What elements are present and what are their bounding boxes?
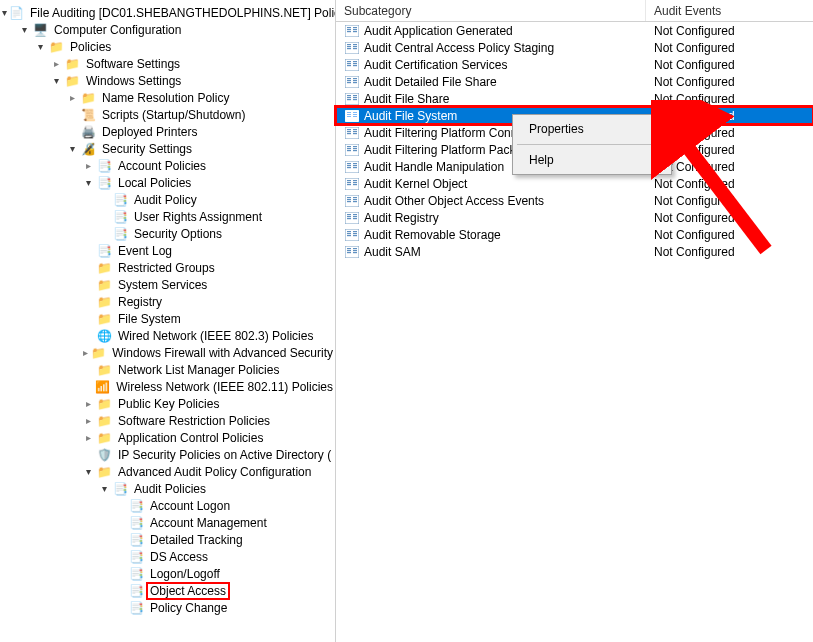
tree-node-account-management[interactable]: 📑 Account Management bbox=[0, 514, 335, 531]
svg-rect-82 bbox=[353, 216, 357, 217]
list-row[interactable]: Audit RegistryNot Configured bbox=[336, 209, 813, 226]
tree-node-security-options[interactable]: 📑 Security Options bbox=[0, 225, 335, 242]
folder-icon: 📁 bbox=[96, 413, 112, 429]
expander-icon[interactable] bbox=[98, 483, 110, 495]
expander-icon[interactable] bbox=[34, 41, 46, 53]
list-row[interactable]: Audit Central Access Policy StagingNot C… bbox=[336, 39, 813, 56]
tree-node-computer-config[interactable]: 🖥️ Computer Configuration bbox=[0, 21, 335, 38]
cell-subcategory: Audit File Share bbox=[364, 92, 449, 106]
tree-node-account-logon[interactable]: 📑 Account Logon bbox=[0, 497, 335, 514]
expander-icon[interactable] bbox=[82, 160, 94, 172]
tree-node-local-policies[interactable]: 📑 Local Policies bbox=[0, 174, 335, 191]
list-row[interactable]: Audit Certification ServicesNot Configur… bbox=[336, 56, 813, 73]
column-header-subcategory[interactable]: Subcategory bbox=[336, 0, 646, 21]
tree-node-deployed-printers[interactable]: 🖨️ Deployed Printers bbox=[0, 123, 335, 140]
tree-node-windows-settings[interactable]: 📁 Windows Settings bbox=[0, 72, 335, 89]
cell-audit-events: Not Configured bbox=[646, 245, 813, 259]
tree-node-system-services[interactable]: 📁 System Services bbox=[0, 276, 335, 293]
svg-rect-81 bbox=[353, 214, 357, 215]
expander-icon[interactable] bbox=[82, 466, 94, 478]
tree-label: Account Management bbox=[148, 516, 269, 530]
svg-rect-24 bbox=[347, 82, 351, 83]
tree-node-ip-security[interactable]: 🛡️ IP Security Policies on Active Direct… bbox=[0, 446, 335, 463]
tree-node-audit-policy[interactable]: 📑 Audit Policy bbox=[0, 191, 335, 208]
tree-node-registry[interactable]: 📁 Registry bbox=[0, 293, 335, 310]
tree-node-account-policies[interactable]: 📑 Account Policies bbox=[0, 157, 335, 174]
shield-icon: 🔏 bbox=[80, 141, 96, 157]
tree-node-audit-policies[interactable]: 📑 Audit Policies bbox=[0, 480, 335, 497]
folder-icon: 📁 bbox=[96, 277, 112, 293]
tree-node-application-control[interactable]: 📁 Application Control Policies bbox=[0, 429, 335, 446]
tree-node-object-access[interactable]: 📑 Object Access bbox=[0, 582, 335, 599]
tree-node-software-settings[interactable]: 📁 Software Settings bbox=[0, 55, 335, 72]
svg-rect-57 bbox=[347, 163, 351, 164]
audit-item-icon bbox=[344, 177, 360, 191]
svg-rect-72 bbox=[347, 199, 351, 200]
computer-icon: 🖥️ bbox=[32, 22, 48, 38]
tree-node-restricted-groups[interactable]: 📁 Restricted Groups bbox=[0, 259, 335, 276]
tree-node-advanced-audit[interactable]: 📁 Advanced Audit Policy Configuration bbox=[0, 463, 335, 480]
svg-rect-45 bbox=[347, 133, 351, 134]
cell-audit-events: Not Configured bbox=[646, 58, 813, 72]
tree-node-user-rights[interactable]: 📑 User Rights Assignment bbox=[0, 208, 335, 225]
tree-node-wireless-network[interactable]: 📶 Wireless Network (IEEE 802.11) Policie… bbox=[0, 378, 335, 395]
folder-icon: 📁 bbox=[80, 90, 96, 106]
tree-node-file-system[interactable]: 📁 File System bbox=[0, 310, 335, 327]
policy-icon: 📄 bbox=[9, 5, 24, 21]
svg-rect-60 bbox=[353, 163, 357, 164]
expander-icon[interactable] bbox=[66, 143, 78, 155]
svg-rect-96 bbox=[353, 250, 357, 251]
tree-node-network-list[interactable]: 📁 Network List Manager Policies bbox=[0, 361, 335, 378]
tree-node-policy-change[interactable]: 📑 Policy Change bbox=[0, 599, 335, 616]
tree-node-logon-logoff[interactable]: 📑 Logon/Logoff bbox=[0, 565, 335, 582]
expander-icon[interactable] bbox=[2, 7, 7, 19]
svg-rect-33 bbox=[353, 97, 357, 98]
expander-icon[interactable] bbox=[66, 92, 78, 104]
svg-rect-30 bbox=[347, 97, 351, 98]
expander-icon[interactable] bbox=[82, 347, 89, 359]
column-header-audit-events[interactable]: Audit Events bbox=[646, 0, 813, 21]
svg-rect-79 bbox=[347, 216, 351, 217]
expander-icon[interactable] bbox=[18, 24, 30, 36]
list-row[interactable]: Audit File ShareNot Configured bbox=[336, 90, 813, 107]
list-row[interactable]: Audit SAMNot Configured bbox=[336, 243, 813, 260]
expander-icon[interactable] bbox=[82, 398, 94, 410]
expander-icon[interactable] bbox=[82, 177, 94, 189]
list-row[interactable]: Audit Detailed File ShareNot Configured bbox=[336, 73, 813, 90]
list-row[interactable]: Audit Other Object Access EventsNot Conf… bbox=[336, 192, 813, 209]
svg-rect-88 bbox=[353, 231, 357, 232]
svg-rect-25 bbox=[353, 78, 357, 79]
expander-icon[interactable] bbox=[82, 432, 94, 444]
tree-node-root[interactable]: 📄 File Auditing [DC01.SHEBANGTHEDOLPHINS… bbox=[0, 4, 335, 21]
list-row[interactable]: Audit Application GeneratedNot Configure… bbox=[336, 22, 813, 39]
tree-node-event-log[interactable]: 📑 Event Log bbox=[0, 242, 335, 259]
cell-subcategory: Audit Kernel Object bbox=[364, 177, 467, 191]
tree-node-wired-network[interactable]: 🌐 Wired Network (IEEE 802.3) Policies bbox=[0, 327, 335, 344]
list-row[interactable]: Audit Removable StorageNot Configured bbox=[336, 226, 813, 243]
tree-node-detailed-tracking[interactable]: 📑 Detailed Tracking bbox=[0, 531, 335, 548]
context-menu-item-properties[interactable]: Properties bbox=[515, 117, 669, 141]
svg-rect-87 bbox=[347, 235, 351, 236]
expander-icon[interactable] bbox=[82, 415, 94, 427]
category-icon: 📑 bbox=[128, 566, 144, 582]
tree-node-public-key[interactable]: 📁 Public Key Policies bbox=[0, 395, 335, 412]
list-row[interactable]: Audit Kernel ObjectNot Configured bbox=[336, 175, 813, 192]
svg-rect-34 bbox=[353, 99, 357, 100]
context-menu-item-help[interactable]: Help bbox=[515, 148, 669, 172]
svg-rect-59 bbox=[347, 167, 351, 168]
svg-rect-20 bbox=[353, 65, 357, 66]
tree-node-security-settings[interactable]: 🔏 Security Settings bbox=[0, 140, 335, 157]
tree-node-ds-access[interactable]: 📑 DS Access bbox=[0, 548, 335, 565]
folder-icon: 📁 bbox=[96, 260, 112, 276]
audit-item-icon bbox=[344, 58, 360, 72]
context-menu-label: Properties bbox=[529, 122, 584, 136]
wireless-icon: 📶 bbox=[95, 379, 110, 395]
tree-node-scripts[interactable]: 📜 Scripts (Startup/Shutdown) bbox=[0, 106, 335, 123]
tree-node-name-resolution[interactable]: 📁 Name Resolution Policy bbox=[0, 89, 335, 106]
expander-icon[interactable] bbox=[50, 75, 62, 87]
tree-node-policies[interactable]: 📁 Policies bbox=[0, 38, 335, 55]
cell-subcategory: Audit File System bbox=[364, 109, 457, 123]
expander-icon[interactable] bbox=[50, 58, 62, 70]
tree-node-windows-firewall[interactable]: 📁 Windows Firewall with Advanced Securit… bbox=[0, 344, 335, 361]
tree-node-software-restriction[interactable]: 📁 Software Restriction Policies bbox=[0, 412, 335, 429]
